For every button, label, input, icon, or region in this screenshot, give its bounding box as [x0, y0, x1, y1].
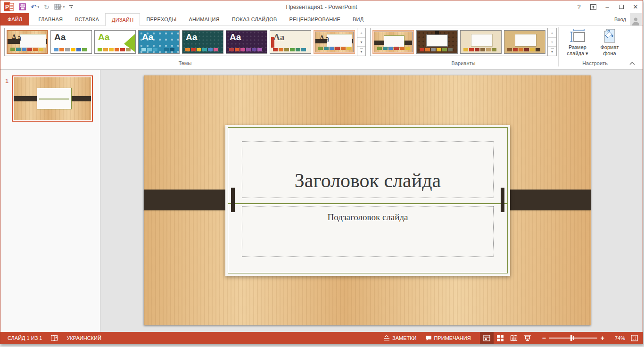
format-background-icon [603, 29, 617, 43]
window-title: Презентация1 - PowerPoint [0, 4, 643, 10]
save-icon[interactable] [19, 3, 26, 10]
theme-thumbnail-office[interactable]: Aa [50, 30, 92, 54]
themes-more-icon[interactable]: ▾ [357, 47, 365, 56]
slide-1-thumbnail-image [14, 77, 91, 120]
tab-transitions[interactable]: ПЕРЕХОДЫ [140, 13, 182, 25]
title-placeholder[interactable]: Заголовок слайда [242, 141, 494, 198]
zoom-out-icon[interactable]: − [542, 334, 546, 342]
sign-in-link[interactable]: Вход [614, 17, 626, 22]
tab-design[interactable]: ДИЗАЙН [105, 13, 140, 26]
powerpoint-window: P ↶ ▾ ↻ [0, 0, 643, 344]
proofing-book-icon[interactable] [46, 332, 62, 344]
workspace: 1 Заголовок слайда [0, 70, 643, 332]
ribbon-band-cap-right [501, 188, 504, 212]
slide-card: Заголовок слайда Подзаголовок слайда [225, 125, 510, 276]
slide-size-button[interactable]: Размер слайда ▾ [561, 28, 594, 57]
slide-thumbnail-panel: 1 [0, 70, 100, 332]
themes-gallery: Aa Aa Aa Aa Aa [4, 28, 366, 56]
close-icon[interactable]: ✕ [628, 0, 643, 13]
tab-review[interactable]: РЕЦЕНЗИРОВАНИЕ [283, 13, 347, 25]
svg-text:P: P [5, 4, 9, 10]
slide-canvas[interactable]: Заголовок слайда Подзаголовок слайда [100, 70, 643, 332]
themes-gallery-scroll: ▴ ▾ ▾ [357, 28, 365, 56]
themes-row: Aa Aa Aa Aa Aa [5, 28, 357, 56]
tab-view[interactable]: ВИД [347, 13, 370, 25]
variant-thumbnail-cream[interactable] [460, 30, 502, 54]
variants-gallery-scroll: ▴ ▾ ▾ [547, 28, 556, 56]
variant-thumbnail-light-wood-selected[interactable] [372, 30, 414, 54]
fit-slide-to-window-icon[interactable] [629, 332, 640, 344]
theme-thumbnail-facet[interactable]: Aa [94, 30, 136, 54]
variants-more-icon[interactable]: ▾ [548, 47, 556, 56]
group-separator [368, 27, 368, 66]
variant-thumbnail-dark-brown[interactable] [416, 30, 458, 54]
variants-gallery: ▴ ▾ ▾ [370, 28, 557, 56]
zoom-control: − + [542, 334, 604, 342]
view-switcher [480, 332, 535, 344]
variants-scroll-down-icon[interactable]: ▾ [548, 38, 556, 47]
tab-file[interactable]: ФАЙЛ [0, 13, 29, 25]
maximize-icon[interactable] [614, 0, 628, 13]
title-bar: P ↶ ▾ ↻ [0, 0, 643, 13]
notes-toggle[interactable]: ЗАМЕТКИ [379, 332, 421, 344]
zoom-slider-handle[interactable] [570, 335, 572, 341]
minimize-icon[interactable]: – [600, 0, 614, 13]
format-background-button[interactable]: Формат фона [594, 28, 626, 57]
theme-thumbnail-integral[interactable]: Aa [138, 30, 180, 54]
slide-counter[interactable]: СЛАЙД 1 ИЗ 1 [3, 332, 46, 344]
help-icon[interactable]: ? [572, 0, 586, 13]
notes-label: ЗАМЕТКИ [392, 335, 417, 341]
ink-dropdown-icon[interactable]: ▾ [63, 5, 65, 9]
reading-view-button[interactable] [507, 332, 521, 344]
zoom-percentage[interactable]: 74% [609, 335, 625, 341]
ribbon-design: Aa Aa Aa Aa Aa [0, 26, 643, 70]
slide-editor[interactable]: Заголовок слайда Подзаголовок слайда [144, 75, 591, 325]
slideshow-view-button[interactable] [521, 332, 535, 344]
ribbon-band-right [501, 190, 591, 210]
ribbon-display-options-icon[interactable] [586, 0, 600, 13]
undo-dropdown-icon[interactable]: ▾ [38, 5, 40, 9]
redo-icon[interactable]: ↻ [44, 4, 50, 10]
tab-insert[interactable]: ВСТАВКА [69, 13, 105, 25]
avatar[interactable] [630, 13, 642, 25]
undo-icon[interactable]: ↶ ▾ [31, 3, 39, 10]
theme-thumbnail-wood-selected[interactable]: Aa [314, 30, 355, 54]
theme-thumbnail-ion-boardroom[interactable]: Aa [226, 30, 267, 54]
language-indicator[interactable]: УКРАИНСКИЙ [62, 332, 105, 344]
ribbon-band-cap-left [231, 188, 235, 212]
tab-animations[interactable]: АНИМАЦИЯ [182, 13, 225, 25]
customize-group: Размер слайда ▾ Формат фона [561, 28, 629, 57]
zoom-slider[interactable] [549, 335, 597, 341]
collapse-ribbon-icon[interactable] [629, 62, 635, 65]
slide-title-text: Заголовок слайда [295, 169, 441, 192]
tab-home[interactable]: ГЛАВНАЯ [32, 13, 69, 25]
slide-size-icon [570, 29, 586, 43]
powerpoint-logo-icon[interactable]: P [4, 2, 14, 11]
subtitle-placeholder[interactable]: Подзаголовок слайда [242, 206, 494, 257]
quick-access-toolbar: P ↶ ▾ ↻ [0, 2, 73, 11]
theme-thumbnail-organic[interactable]: Aa [270, 30, 311, 54]
ribbon-band-left [144, 190, 233, 210]
ribbon-tab-row: ФАЙЛ ГЛАВНАЯ ВСТАВКА ДИЗАЙН ПЕРЕХОДЫ АНИ… [0, 13, 643, 26]
variant-thumbnail-tan[interactable] [504, 30, 545, 54]
comments-toggle[interactable]: ПРИМЕЧАНИЯ [421, 332, 475, 344]
ink-grid-icon[interactable]: ▾ [54, 3, 65, 10]
qat-customize-icon[interactable]: ▾ [69, 5, 73, 8]
group-separator [558, 27, 559, 66]
variants-scroll-up-icon[interactable]: ▴ [548, 28, 556, 38]
tab-slideshow[interactable]: ПОКАЗ СЛАЙДОВ [226, 13, 283, 25]
slide-subtitle-text: Подзаголовок слайда [328, 212, 408, 223]
themes-group-label: Темы [4, 60, 366, 66]
customize-group-label: Настроить [561, 60, 629, 66]
slide-number: 1 [5, 77, 8, 84]
slide-sorter-view-button[interactable] [494, 332, 507, 344]
normal-view-button[interactable] [480, 332, 494, 344]
theme-thumbnail-wood-applied[interactable]: Aa [7, 30, 48, 54]
theme-thumbnail-ion[interactable]: Aa [182, 30, 223, 54]
themes-scroll-up-icon[interactable]: ▴ [357, 28, 365, 38]
title-divider-line [228, 203, 507, 204]
variant-light-wood-image [374, 32, 413, 52]
zoom-in-icon[interactable]: + [601, 334, 604, 342]
slide-1-thumbnail[interactable] [12, 75, 93, 122]
themes-scroll-down-icon[interactable]: ▾ [357, 38, 365, 47]
